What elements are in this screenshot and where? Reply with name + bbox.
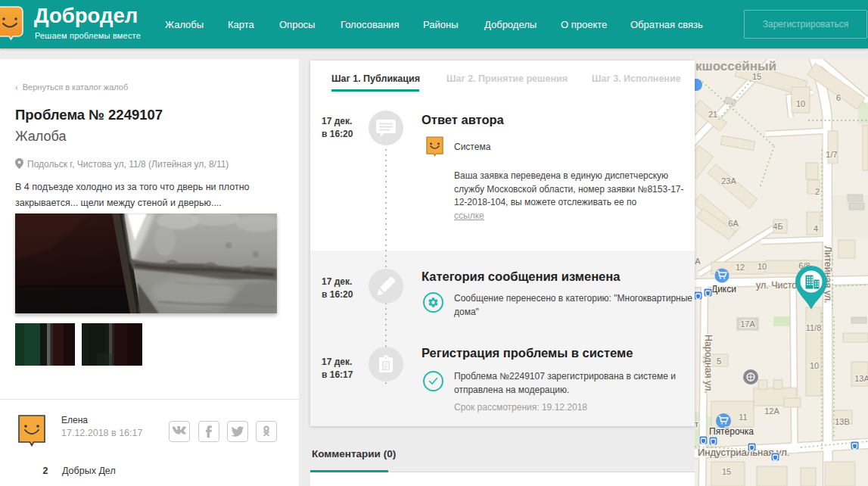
svg-text:т: т — [695, 419, 698, 428]
svg-text:17А: 17А — [740, 319, 755, 329]
svg-text:2: 2 — [815, 187, 820, 196]
svg-text:Пятёрочка: Пятёрочка — [709, 426, 754, 437]
svg-text:Дикси: Дикси — [711, 284, 736, 294]
svg-text:кшоссейный: кшоссейный — [695, 59, 776, 73]
svg-text:1/7: 1/7 — [826, 150, 837, 159]
svg-text:13В: 13В — [835, 417, 850, 426]
svg-text:21: 21 — [708, 110, 717, 119]
svg-text:А: А — [695, 257, 701, 266]
svg-text:10: 10 — [758, 262, 767, 271]
svg-text:10: 10 — [796, 99, 805, 108]
svg-text:4: 4 — [814, 224, 818, 233]
svg-text:5: 5 — [717, 357, 721, 366]
svg-text:Народная ул.: Народная ул. — [703, 335, 714, 394]
svg-text:13А: 13А — [854, 374, 868, 383]
svg-text:15: 15 — [752, 72, 761, 81]
svg-text:12А: 12А — [764, 407, 779, 416]
svg-text:6А: 6А — [728, 219, 739, 228]
svg-text:11/8: 11/8 — [806, 323, 822, 332]
svg-text:12: 12 — [736, 263, 745, 272]
svg-text:23А: 23А — [721, 176, 736, 185]
svg-text:4Б: 4Б — [773, 222, 782, 231]
svg-text:10: 10 — [810, 361, 819, 370]
svg-text:6: 6 — [836, 93, 841, 102]
svg-text:11: 11 — [739, 413, 747, 422]
svg-text:15: 15 — [722, 467, 731, 476]
